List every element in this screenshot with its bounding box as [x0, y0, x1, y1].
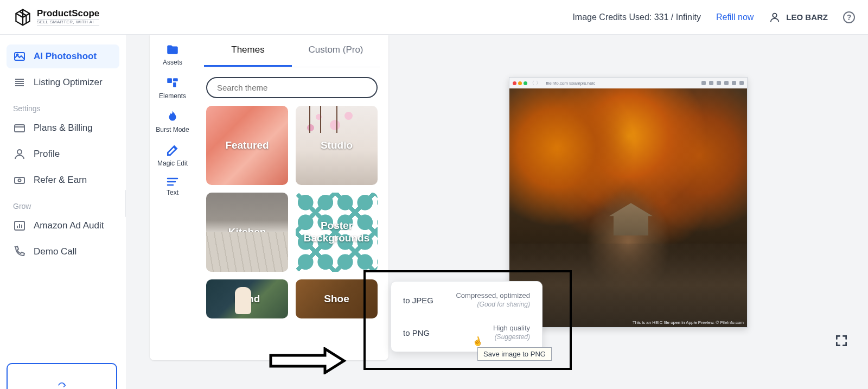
search-input[interactable] — [206, 77, 378, 98]
export-popup: to JPEG Compressed, optimized (Good for … — [391, 281, 542, 352]
sidebar-item-listing[interactable]: Listing Optimizer — [7, 71, 119, 94]
theme-hand[interactable]: Hand — [206, 279, 288, 318]
theme-label: Kitchen — [228, 226, 266, 239]
export-sub: (Suggested) — [493, 333, 530, 342]
sidebar-label: Amazon Ad Audit — [34, 220, 104, 231]
arrow-icon — [56, 380, 67, 388]
theme-label: Shoe — [324, 293, 349, 305]
win-chevron-icon: 〈 〉 — [529, 80, 541, 87]
preview-window[interactable]: 〈 〉 fileinfo.com Example.heic This is an… — [509, 77, 748, 328]
chart-icon — [13, 219, 26, 232]
theme-tabs: Themes Custom (Pro) — [204, 35, 380, 67]
tool-text[interactable]: Text — [166, 177, 179, 196]
export-label: to JPEG — [403, 296, 433, 305]
tool-label: Text — [167, 189, 178, 196]
svg-point-6 — [18, 179, 21, 182]
themes-panel: Assets Elements Burst Mode Magic Edit Te… — [150, 35, 388, 360]
text-icon — [166, 177, 179, 187]
sidebar-item-profile[interactable]: Profile — [7, 142, 119, 166]
edit-icon — [165, 143, 180, 157]
folder-icon — [165, 42, 180, 56]
section-grow: Grow — [7, 194, 119, 214]
svg-rect-10 — [173, 82, 176, 87]
sidebar: AI Photoshoot Listing Optimizer Settings… — [0, 35, 126, 389]
sidebar-label: Refer & Earn — [34, 175, 87, 186]
sidebar-label: AI Photoshoot — [34, 51, 97, 62]
svg-point-4 — [17, 150, 22, 154]
theme-studio[interactable]: Studio — [296, 106, 378, 185]
svg-rect-5 — [15, 177, 24, 183]
sidebar-item-audit[interactable]: Amazon Ad Audit — [7, 214, 119, 238]
theme-featured[interactable]: Featured — [206, 106, 288, 185]
bottom-action-button[interactable] — [7, 363, 117, 389]
refill-link[interactable]: Refill now — [716, 12, 754, 22]
sidebar-item-plans[interactable]: Plans & Billing — [7, 116, 119, 140]
theme-poster[interactable]: Poster Backgrounds — [296, 193, 378, 272]
sidebar-label: Plans & Billing — [34, 123, 93, 133]
phone-icon — [13, 245, 26, 258]
svg-point-0 — [773, 13, 777, 17]
theme-label: Studio — [321, 139, 353, 152]
help-icon[interactable]: ? — [843, 11, 855, 23]
theme-label: Poster Backgrounds — [296, 220, 378, 245]
tooltip: Save image to PNG — [477, 347, 552, 361]
svg-rect-9 — [173, 78, 178, 81]
shapes-icon — [165, 76, 180, 90]
window-filename: fileinfo.com Example.heic — [546, 81, 699, 86]
theme-label: Featured — [225, 139, 269, 152]
logo-icon — [13, 8, 33, 27]
export-label: to PNG — [403, 328, 430, 337]
list-icon — [13, 76, 26, 89]
export-desc: Compressed, optimized — [456, 291, 530, 301]
sidebar-item-photoshoot[interactable]: AI Photoshoot — [7, 44, 119, 68]
svg-point-2 — [17, 54, 18, 56]
profile-icon — [13, 148, 26, 161]
window-tools — [701, 81, 744, 85]
sidebar-item-refer[interactable]: Refer & Earn — [7, 168, 119, 192]
theme-kitchen[interactable]: Kitchen — [206, 193, 288, 272]
user-icon — [769, 11, 781, 23]
image-icon — [13, 50, 26, 63]
app-header: ProductScope SELL SMARTER, WITH AI Image… — [0, 0, 868, 35]
tool-elements[interactable]: Elements — [159, 76, 186, 100]
logo[interactable]: ProductScope SELL SMARTER, WITH AI — [13, 8, 99, 27]
sidebar-item-demo[interactable]: Demo Call — [7, 240, 119, 264]
watermark: This is an HEIC file open in Apple Previ… — [633, 320, 744, 325]
tab-custom[interactable]: Custom (Pro) — [292, 35, 380, 67]
tool-assets[interactable]: Assets — [163, 42, 182, 66]
credits-label: Image Credits Used: 331 / Infinity — [572, 12, 701, 22]
tab-themes[interactable]: Themes — [204, 35, 292, 67]
user-menu[interactable]: LEO BARZ — [769, 11, 828, 23]
sidebar-label: Demo Call — [34, 246, 76, 257]
section-settings: Settings — [7, 97, 119, 116]
money-icon — [13, 174, 26, 187]
tool-label: Magic Edit — [157, 160, 188, 167]
tool-label: Burst Mode — [156, 126, 189, 133]
export-jpeg[interactable]: to JPEG Compressed, optimized (Good for … — [394, 285, 539, 315]
fullscreen-icon[interactable] — [834, 334, 848, 348]
tool-rail: Assets Elements Burst Mode Magic Edit Te… — [150, 35, 195, 360]
window-titlebar: 〈 〉 fileinfo.com Example.heic — [509, 78, 747, 88]
tool-label: Elements — [159, 92, 186, 100]
brand-subtitle: SELL SMARTER, WITH AI — [37, 19, 99, 25]
export-sub: (Good for sharing) — [456, 301, 530, 309]
tool-burst[interactable]: Burst Mode — [156, 110, 189, 133]
card-icon — [13, 122, 26, 135]
user-name: LEO BARZ — [786, 12, 828, 22]
export-png[interactable]: to PNG High quality (Suggested) — [394, 317, 539, 348]
traffic-lights-icon — [513, 81, 527, 85]
theme-label: Hand — [234, 293, 260, 305]
export-desc: High quality — [493, 324, 530, 333]
sidebar-label: Listing Optimizer — [34, 77, 103, 88]
brand-title: ProductScope — [37, 9, 99, 18]
tool-label: Assets — [163, 59, 182, 66]
preview-image: This is an HEIC file open in Apple Previ… — [509, 88, 747, 327]
svg-rect-8 — [167, 78, 172, 83]
sidebar-label: Profile — [34, 149, 60, 160]
theme-shoe[interactable]: Shoe — [296, 279, 378, 318]
svg-rect-3 — [15, 125, 24, 132]
tool-magic-edit[interactable]: Magic Edit — [157, 143, 188, 167]
fire-icon — [165, 110, 180, 124]
